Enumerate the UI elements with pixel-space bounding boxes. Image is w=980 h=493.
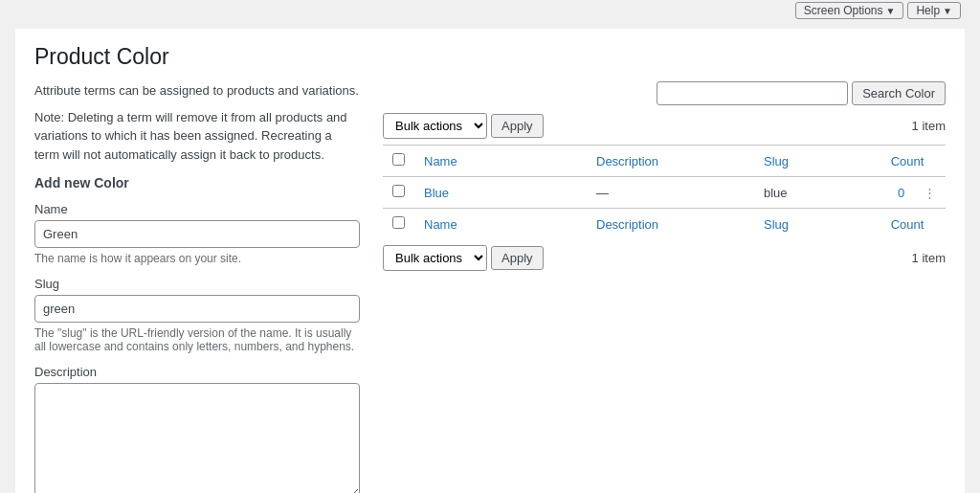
row-slug-cell: blue: [754, 177, 869, 209]
search-bar: Search Color: [383, 81, 946, 105]
description-textarea[interactable]: [34, 383, 360, 493]
th-slug[interactable]: Slug: [754, 146, 869, 177]
tf-description-link[interactable]: Description: [596, 217, 658, 232]
tf-name-link[interactable]: Name: [424, 217, 457, 232]
note-text: Note: Deleting a term will remove it fro…: [34, 108, 360, 165]
add-new-color-title: Add new Color: [34, 175, 360, 190]
tf-slug[interactable]: Slug: [754, 209, 869, 240]
row-checkbox-cell: [383, 177, 414, 209]
bottom-item-count: 1 item: [912, 251, 946, 265]
table-row: Blue — blue 0 ⋮: [383, 177, 946, 209]
top-toolbar: Bulk actions Apply 1 item: [383, 113, 946, 139]
info-text: Attribute terms can be assigned to produ…: [34, 81, 360, 101]
th-count-link[interactable]: Count: [891, 154, 924, 168]
name-hint: The name is how it appears on your site.: [34, 252, 360, 265]
description-field-group: Description The description is not promi…: [34, 365, 360, 493]
tf-description[interactable]: Description: [587, 209, 754, 240]
screen-options-button[interactable]: Screen Options ▼: [795, 2, 904, 19]
help-chevron-icon: ▼: [943, 6, 952, 16]
tf-checkbox: [383, 209, 414, 240]
tf-count[interactable]: Count: [869, 209, 946, 240]
left-panel: Attribute terms can be assigned to produ…: [34, 81, 360, 493]
screen-options-chevron-icon: ▼: [886, 6, 896, 16]
bottom-toolbar: Bulk actions Apply 1 item: [383, 245, 946, 271]
slug-field-group: Slug The "slug" is the URL-friendly vers…: [34, 277, 360, 353]
search-color-label: Search Color: [862, 86, 935, 101]
page-title: Product Color: [34, 44, 946, 70]
top-toolbar-left: Bulk actions Apply: [383, 113, 544, 139]
slug-input[interactable]: [34, 295, 360, 323]
help-button[interactable]: Help ▼: [907, 2, 961, 19]
th-slug-link[interactable]: Slug: [764, 154, 789, 168]
row-count-cell: 0 ⋮: [869, 177, 946, 209]
th-description[interactable]: Description: [587, 146, 754, 177]
slug-hint: The "slug" is the URL-friendly version o…: [34, 326, 360, 353]
row-name-link[interactable]: Blue: [424, 186, 449, 200]
table-header-row: Name Description Slug Count: [383, 146, 946, 177]
top-item-count: 1 item: [912, 119, 946, 133]
th-name-link[interactable]: Name: [424, 154, 457, 168]
top-bar: Screen Options ▼ Help ▼: [0, 0, 980, 21]
row-checkbox[interactable]: [392, 185, 405, 197]
select-all-checkbox[interactable]: [392, 153, 405, 166]
th-description-link[interactable]: Description: [596, 154, 658, 168]
slug-label: Slug: [34, 277, 360, 291]
row-menu-icon[interactable]: ⋮: [924, 186, 936, 200]
bottom-bulk-actions-select[interactable]: Bulk actions: [383, 245, 487, 271]
name-label: Name: [34, 202, 360, 216]
bottom-apply-button[interactable]: Apply: [491, 246, 544, 270]
tf-slug-link[interactable]: Slug: [764, 217, 789, 232]
table-footer-row: Name Description Slug Count: [383, 209, 946, 240]
name-input[interactable]: [34, 220, 360, 248]
tf-name[interactable]: Name: [414, 209, 587, 240]
row-description-cell: —: [587, 177, 754, 209]
help-label: Help: [916, 4, 940, 17]
search-color-button[interactable]: Search Color: [852, 81, 946, 105]
top-apply-button[interactable]: Apply: [491, 114, 544, 138]
row-name-cell: Blue: [414, 177, 587, 209]
th-checkbox: [383, 146, 414, 177]
bottom-toolbar-left: Bulk actions Apply: [383, 245, 544, 271]
th-count[interactable]: Count: [869, 146, 946, 177]
select-all-footer-checkbox[interactable]: [392, 216, 405, 229]
colors-table: Name Description Slug Count: [383, 145, 946, 239]
bottom-apply-label: Apply: [501, 251, 533, 265]
th-name[interactable]: Name: [414, 146, 587, 177]
tf-count-link[interactable]: Count: [891, 217, 924, 232]
screen-options-label: Screen Options: [804, 4, 883, 17]
top-bulk-actions-select[interactable]: Bulk actions: [383, 113, 487, 139]
right-panel: Search Color Bulk actions Apply 1 item: [383, 81, 946, 493]
search-input[interactable]: [657, 81, 848, 105]
description-label: Description: [34, 365, 360, 379]
page-content: Product Color Attribute terms can be ass…: [15, 29, 965, 493]
name-field-group: Name The name is how it appears on your …: [34, 202, 360, 265]
main-layout: Attribute terms can be assigned to produ…: [34, 81, 946, 493]
row-count-link[interactable]: 0: [898, 186, 904, 200]
top-apply-label: Apply: [501, 119, 533, 133]
